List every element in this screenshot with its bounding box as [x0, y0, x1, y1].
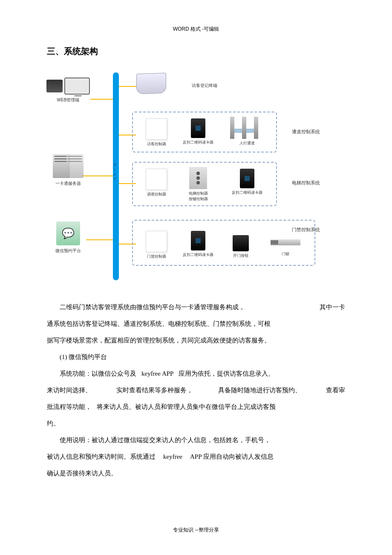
para-3: 据写字楼场景需求，配置相应的管理控制系统，共同完成高效便捷的访客服务。: [47, 332, 345, 349]
g1-dev1: 访客控制器: [141, 118, 171, 147]
section-heading: 三、系统架构: [47, 46, 345, 57]
header-watermark: WORD 格式 -可编辑: [47, 26, 345, 33]
pc-monitor-icon: [64, 78, 90, 95]
backbone-label: P I c T: [114, 163, 116, 181]
g2-dev2: 电梯控制器 按键控制器: [179, 167, 217, 202]
p5b: 实时查看结果等多种服务，: [116, 382, 193, 399]
g1-dev3-label: 人行通道: [226, 141, 268, 146]
reader-icon: [191, 118, 205, 138]
para-10: 确认是否接待来访人员。: [47, 465, 345, 482]
wechat-node: 💬 微信预约平台: [43, 221, 94, 254]
para-5: 来访时间选择、 实时查看结果等多种服务， 具备随时随地进行访客预约、 查看审: [47, 382, 345, 399]
g3-dev2-label: 反扫二维码读卡器: [179, 252, 217, 258]
controller-icon-3: [146, 231, 167, 252]
g3-dev2: 反扫二维码读卡器: [179, 231, 217, 258]
para-6: 批流程等功能， 将来访人员、被访人员和管理人员集中在微信平台上完成访客预: [47, 399, 345, 415]
footer-watermark: 专业知识 --整理分享: [0, 526, 392, 534]
wechat-label: 微信预约平台: [43, 248, 94, 254]
p9a: 被访人信息和预约来访时间。系统通过: [47, 449, 156, 465]
g3-dev3: 开门按钮: [226, 235, 256, 259]
pos-terminal-icon: [136, 73, 166, 94]
cash-register-icon: [46, 80, 63, 92]
group-elevator-title: 电梯控制系统: [292, 180, 320, 186]
g2-dev1: 调度控制器: [141, 169, 171, 197]
p9b: keyfree: [163, 449, 182, 465]
para-2: 通系统包括访客登记终端、通道控制系统、电梯控制系统、门禁控制系统，可根: [47, 316, 345, 332]
p4c: 应用为依托，提供访客信息录入、: [179, 365, 274, 382]
subheading-1: (1) 微信预约平台: [47, 349, 345, 365]
web-mgmt-node: WEB管理端: [43, 78, 94, 103]
group-passage-title: 通道控制系统: [292, 129, 320, 135]
g2-dev3: 反扫二维码读卡器: [226, 169, 268, 196]
web-mgmt-label: WEB管理端: [43, 97, 94, 103]
reader-icon-2: [240, 169, 254, 188]
elevator-panel-icon: [189, 167, 207, 189]
controller-icon: [146, 118, 167, 140]
g1-dev3: 人行通道: [226, 117, 268, 146]
p9c: APP 应用自动向被访人发信息: [190, 449, 274, 465]
controller-icon-2: [146, 169, 167, 190]
body-text: 二维码门禁访客管理系统由微信预约平台与一卡通管理服务构成， 其中一卡 通系统包括…: [47, 299, 345, 482]
g1-dev2: 反扫二维码读卡器: [179, 118, 217, 145]
wechat-icon: 💬: [56, 221, 80, 245]
g2-dev2a-label: 电梯控制器: [179, 191, 217, 196]
para-9: 被访人信息和预约来访时间。系统通过 keyfree APP 应用自动向被访人发信…: [47, 449, 345, 465]
para-7: 约。: [47, 415, 345, 432]
card-server-node: 一卡通服务器: [43, 154, 94, 187]
lock-icon: [271, 239, 300, 245]
group-access-title: 门禁控制系统: [292, 227, 320, 233]
open-button-icon: [233, 235, 249, 251]
g2-dev3-label: 反扫二维码读卡器: [226, 190, 268, 196]
g3-dev4: 门锁: [264, 239, 307, 257]
para-8: 使用说明：被访人通过微信端提交来访人的个人信息，包括姓名，手机号，: [47, 432, 345, 449]
g1-dev1-label: 访客控制器: [141, 141, 171, 147]
p1b: 其中一卡: [320, 299, 345, 316]
visitor-terminal-label: 访客登记终端: [183, 83, 226, 89]
g3-dev4-label: 门锁: [264, 251, 307, 257]
turnstile-icon: [230, 117, 264, 139]
p5a: 来访时间选择、: [47, 382, 92, 399]
g2-dev1-label: 调度控制器: [141, 192, 171, 197]
g2-dev2b-label: 按键控制器: [179, 196, 217, 202]
visitor-terminal-node: [136, 73, 175, 94]
p6a: 批流程等功能，: [47, 399, 92, 415]
p1a: 二维码门禁访客管理系统由微信预约平台与一卡通管理服务构成，: [60, 304, 245, 311]
para-4: 系统功能：以微信公众号及 keyfree APP 应用为依托，提供访客信息录入、: [47, 365, 345, 382]
p5d: 查看审: [326, 382, 345, 399]
p5c: 具备随时随地进行访客预约、: [218, 382, 301, 399]
architecture-diagram: P I c T WEB管理端 一卡通服务器 💬 微信预约平台 访客登记终端 通道…: [47, 69, 345, 282]
server-icon-2: [66, 154, 84, 178]
card-server-label: 一卡通服务器: [43, 181, 94, 187]
para-1: 二维码门禁访客管理系统由微信预约平台与一卡通管理服务构成， 其中一卡: [47, 299, 345, 316]
g1-dev2-label: 反扫二维码读卡器: [179, 140, 217, 145]
p6b: 将来访人员、被访人员和管理人员集中在微信平台上完成访客预: [97, 399, 276, 415]
g3-dev1: 门禁控制器: [141, 231, 171, 259]
p4b: keyfree APP: [141, 365, 173, 382]
reader-icon-3: [191, 231, 205, 250]
p4a: 系统功能：以微信公众号及: [47, 365, 136, 382]
g3-dev3-label: 开门按钮: [226, 253, 256, 259]
g3-dev1-label: 门禁控制器: [141, 254, 171, 259]
